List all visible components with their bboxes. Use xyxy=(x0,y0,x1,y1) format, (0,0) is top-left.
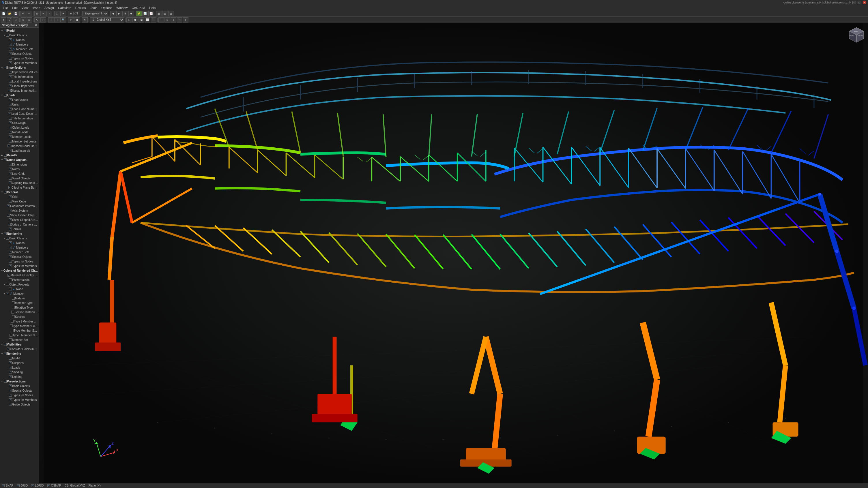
nav-photorealistic-checkbox[interactable]: ○ xyxy=(9,278,12,281)
nav-type-member-support-checkbox[interactable]: ○ xyxy=(11,329,13,332)
minimize-button[interactable]: ─ xyxy=(852,1,856,4)
nav-consider-colors-checkbox[interactable]: ✓ xyxy=(7,348,9,351)
maximize-button[interactable]: □ xyxy=(858,1,861,4)
nav-guide-objects-expand[interactable]: ▼ xyxy=(1,158,3,161)
eigenweight-dropdown[interactable]: Eigengewicht xyxy=(82,11,108,16)
nav-clipping-plane-checkbox[interactable]: ✓ xyxy=(8,186,11,189)
tb-btn-1[interactable]: ◀ xyxy=(110,11,116,16)
nav-model-render[interactable]: ✓ Model xyxy=(0,356,39,360)
nav-coord-info[interactable]: ✓ Coordinate Information on Cursor xyxy=(0,204,39,208)
nav-title-info-checkbox[interactable]: ✓ xyxy=(9,75,12,78)
nav-special-objects-pre[interactable]: ✓ Special Objects xyxy=(0,388,39,393)
nav-object-loads-checkbox[interactable]: ✓ xyxy=(9,126,12,129)
open-button[interactable]: 📁 xyxy=(7,11,12,16)
structure-canvas[interactable]: X Y Z TOP RIGHT FRONT xyxy=(39,23,868,483)
nav-global-imp-checkbox[interactable]: ✓ xyxy=(9,85,12,87)
nav-view-cube-checkbox[interactable]: ✓ xyxy=(9,200,12,203)
nav-visibilities-checkbox[interactable]: ✓ xyxy=(4,343,7,346)
nav-imposed-nodal-checkbox[interactable]: ✓ xyxy=(7,144,10,148)
nav-types-nodes-num[interactable]: ✓ Types for Nodes xyxy=(0,259,39,264)
nav-visibilities-expand[interactable]: ▼ xyxy=(1,343,3,346)
nav-guide-objects-checkbox[interactable]: ✓ xyxy=(4,158,7,161)
menu-assign[interactable]: Assign xyxy=(43,5,56,10)
nav-lighting-checkbox[interactable]: ✓ xyxy=(9,375,12,378)
nav-terrain[interactable]: ✓ Terrain xyxy=(0,227,39,231)
nav-coord-info-checkbox[interactable]: ✓ xyxy=(7,204,10,207)
nav-member-prop[interactable]: ▼ ✓ ╱ Member xyxy=(0,291,39,296)
nav-general-checkbox[interactable]: ✓ xyxy=(4,191,7,194)
nav-loads[interactable]: ▼ ✓ Loads xyxy=(0,93,39,97)
status-grid[interactable]: ✓ GRID xyxy=(17,484,28,487)
menu-options[interactable]: Options xyxy=(99,5,114,10)
nav-types-nodes-checkbox[interactable]: ✓ xyxy=(9,57,12,60)
nav-member-set-loads-checkbox[interactable]: ✓ xyxy=(9,140,12,143)
nav-visual-objects-checkbox[interactable]: ✓ xyxy=(9,177,12,180)
nav-members-checkbox[interactable]: ✓ xyxy=(9,43,12,46)
nav-results-expand[interactable]: ▶ xyxy=(1,154,3,157)
nav-member-prop-checkbox[interactable]: ✓ xyxy=(6,292,9,295)
nav-general[interactable]: ▼ ✓ General xyxy=(0,190,39,194)
nav-type-member-hinge-checkbox[interactable]: ○ xyxy=(11,320,13,323)
nav-imperfections-checkbox[interactable]: ✓ xyxy=(4,66,7,69)
nav-members-num[interactable]: ✓ ╱ Members xyxy=(0,245,39,250)
nav-title-info-loads[interactable]: ✓ Title Information xyxy=(0,116,39,121)
tb2-grid[interactable]: ⊞ xyxy=(27,17,32,23)
nav-supports-render-checkbox[interactable]: ✓ xyxy=(9,361,12,364)
nav-preselections[interactable]: ▼ ✓ Preselections xyxy=(0,379,39,384)
nav-material[interactable]: ○ Material xyxy=(0,296,39,300)
nav-types-for-nodes-pre[interactable]: ✓ Types for Nodes xyxy=(0,393,39,397)
nav-basic-objects-num[interactable]: ▼ ✓ Basic Objects xyxy=(0,236,39,240)
nav-local-imp-checkbox[interactable]: ✓ xyxy=(9,80,12,83)
nav-dimensions[interactable]: ✓ Dimensions xyxy=(0,162,39,167)
nav-types-members[interactable]: ✓ Types for Members xyxy=(0,61,39,65)
nav-terrain-checkbox[interactable]: ✓ xyxy=(9,228,12,230)
tb2-node[interactable]: ● xyxy=(1,17,6,23)
menu-help[interactable]: Help xyxy=(148,5,158,10)
tb2-view-btn1[interactable]: ⬡ xyxy=(126,17,132,23)
nav-load-integrals-checkbox[interactable]: ✓ xyxy=(9,149,12,152)
nav-types-for-members-pre[interactable]: ✓ Types for Members xyxy=(0,397,39,402)
nav-type-member-hinge[interactable]: ○ Type | Member Hinge xyxy=(0,319,39,324)
tb2-top[interactable]: T xyxy=(170,17,176,23)
nav-colors-rendered-expand[interactable]: ▼ xyxy=(1,269,3,272)
menu-edit[interactable]: Edit xyxy=(10,5,19,10)
nav-model[interactable]: ▼ ✓ Model xyxy=(0,28,39,33)
nav-local-imperfections[interactable]: ✓ Local Imperfections xyxy=(0,79,39,84)
nav-member-sets[interactable]: ✓ ╱╱ Member Sets xyxy=(0,47,39,51)
nav-self-weight-checkbox[interactable]: ✓ xyxy=(9,122,12,124)
nav-material-checkbox[interactable]: ○ xyxy=(12,297,15,300)
nav-clipping-plane[interactable]: ✓ Clipping Plane Borders xyxy=(0,185,39,190)
nav-material-display[interactable]: ✓ Material & Display Properties xyxy=(0,273,39,278)
tb-results[interactable]: 📈 xyxy=(148,11,154,16)
nav-type-member-eccentricity[interactable]: ○ Type Member Eccentricity xyxy=(0,324,39,328)
nav-types-for-members-pre-checkbox[interactable]: ✓ xyxy=(9,398,12,401)
nav-guide-objects-pre[interactable]: ✓ Guide Objects xyxy=(0,402,39,407)
viewport[interactable]: X Y Z TOP RIGHT FRONT xyxy=(39,23,868,483)
tb2-delete[interactable]: ✕ xyxy=(82,17,88,23)
menu-insert[interactable]: Insert xyxy=(31,5,42,10)
nav-axis-system[interactable]: ✓ Axis System xyxy=(0,208,39,213)
nav-imperfection-values[interactable]: ✓ Imperfection Values xyxy=(0,70,39,74)
nav-nodes[interactable]: ✓ ● Nodes xyxy=(0,37,39,42)
nav-status-camera[interactable]: ✓ Status of Camera Fly Mode xyxy=(0,222,39,227)
nav-types-nodes[interactable]: ✓ Types for Nodes xyxy=(0,56,39,61)
menu-window[interactable]: Window xyxy=(115,5,129,10)
nav-preselections-expand[interactable]: ▼ xyxy=(1,380,3,383)
nav-types-members-num-checkbox[interactable]: ✓ xyxy=(9,264,12,267)
nav-preselections-checkbox[interactable]: ✓ xyxy=(4,380,7,383)
nav-loads-expand[interactable]: ▼ xyxy=(1,94,3,97)
nav-model-checkbox[interactable]: ✓ xyxy=(4,29,7,32)
nav-imperfection-values-checkbox[interactable]: ✓ xyxy=(9,71,12,73)
nav-nodes-checkbox[interactable]: ✓ xyxy=(9,38,12,41)
osnap-checkbox[interactable]: ✓ xyxy=(47,484,50,487)
nav-units[interactable]: ✓ Units xyxy=(0,102,39,107)
nav-node-prop[interactable]: ○ ● Node xyxy=(0,287,39,291)
nav-photorealistic[interactable]: ○ Photorealistic xyxy=(0,278,39,282)
tb2-view-btn2[interactable]: ⬢ xyxy=(132,17,138,23)
nav-basic-objects[interactable]: ▼ ✓ Basic Objects xyxy=(0,33,39,37)
nav-object-loads[interactable]: ✓ Object Loads xyxy=(0,125,39,130)
tb2-surface[interactable]: □ xyxy=(13,17,19,23)
nav-nodal-loads[interactable]: ✓ Nodal Loads xyxy=(0,130,39,134)
nav-notes[interactable]: ✓ Notes xyxy=(0,167,39,171)
snap-checkbox[interactable]: ✓ xyxy=(2,484,5,487)
